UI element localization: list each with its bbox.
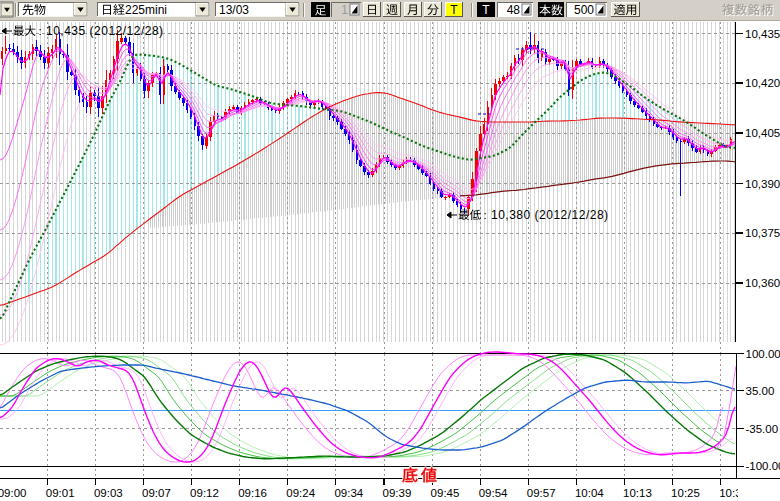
svg-text:10,375: 10,375 (745, 227, 780, 239)
svg-text:10:25: 10:25 (671, 487, 700, 499)
svg-text:13/03: 13/03 (219, 3, 249, 17)
svg-text:09:16: 09:16 (238, 487, 267, 499)
svg-text:-35.00: -35.00 (746, 423, 779, 435)
svg-text:10,360: 10,360 (745, 277, 780, 289)
svg-text:09:03: 09:03 (94, 487, 123, 499)
svg-text:09:54: 09:54 (479, 487, 508, 499)
svg-text:48: 48 (507, 3, 521, 17)
svg-text:09:57: 09:57 (527, 487, 556, 499)
svg-text:35.00: 35.00 (746, 385, 775, 397)
svg-text:09:12: 09:12 (190, 487, 219, 499)
svg-text:09:00: 09:00 (0, 487, 26, 499)
svg-text:100.00: 100.00 (746, 348, 780, 360)
svg-text:10,420: 10,420 (745, 77, 780, 89)
svg-text:10,405: 10,405 (745, 127, 780, 139)
svg-text:10,435: 10,435 (745, 28, 780, 40)
svg-text:09:45: 09:45 (431, 487, 460, 499)
svg-text:T: T (482, 3, 490, 17)
svg-text:09:24: 09:24 (286, 487, 315, 499)
svg-text:10,390: 10,390 (745, 178, 780, 190)
svg-text:500: 500 (574, 3, 594, 17)
svg-text:10,435 (2012/12/28): 10,435 (2012/12/28) (46, 24, 164, 38)
svg-text:09:01: 09:01 (46, 487, 75, 499)
svg-text:09:39: 09:39 (383, 487, 412, 499)
svg-text:1: 1 (341, 3, 348, 17)
svg-text::: : (39, 25, 42, 37)
svg-text:09:07: 09:07 (142, 487, 171, 499)
svg-text:10:04: 10:04 (575, 487, 604, 499)
svg-text::: : (484, 209, 487, 221)
svg-text:225mini: 225mini (125, 3, 167, 17)
svg-text:-100.00: -100.00 (746, 460, 780, 472)
svg-text:10,380 (2012/12/28): 10,380 (2012/12/28) (491, 208, 609, 222)
svg-text:10:13: 10:13 (623, 487, 652, 499)
svg-text:09:34: 09:34 (334, 487, 363, 499)
svg-text:T: T (450, 3, 458, 17)
